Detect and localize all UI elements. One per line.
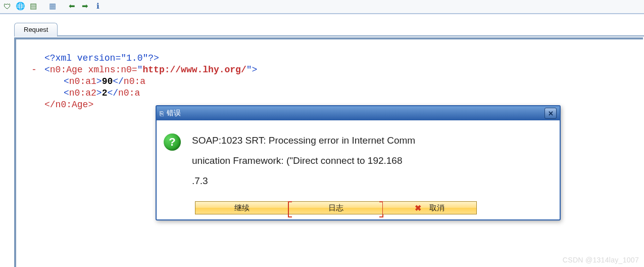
tabstrip: Request bbox=[0, 21, 644, 36]
dialog-body: ? SOAP:1023 SRT: Processing error in Int… bbox=[157, 120, 560, 199]
gutter-cell bbox=[16, 99, 44, 111]
a1-open-close: > bbox=[96, 76, 102, 86]
xml-a2-line: <n0:a2>2</n0:a bbox=[16, 87, 643, 99]
gutter-cell bbox=[16, 76, 44, 87]
grid-icon[interactable]: ▦ bbox=[47, 1, 58, 11]
log-button-label: 日志 bbox=[328, 203, 343, 213]
a2-open-bracket: < bbox=[64, 88, 69, 98]
close-bracket: > bbox=[252, 65, 258, 75]
dialog-title-icon: ⎘ bbox=[160, 110, 164, 117]
dialog-message-line2: unication Framework: ("Direct connect to… bbox=[192, 151, 547, 171]
error-dialog: ⎘ 错误 ✕ ? SOAP:1023 SRT: Processing error… bbox=[156, 105, 561, 220]
cancel-button-label: 取消 bbox=[429, 203, 444, 213]
attr-eq: = bbox=[132, 65, 137, 75]
attr-quote-close: " bbox=[246, 65, 252, 75]
cancel-button[interactable]: ✖ 取消 bbox=[383, 201, 477, 214]
toolbar: 🛡 🌐 ▤ ▦ ⬅ ➡ ℹ bbox=[0, 0, 644, 14]
log-button[interactable]: 日志 bbox=[289, 201, 383, 214]
a1-open-bracket: < bbox=[64, 76, 69, 86]
question-icon: ? bbox=[164, 134, 181, 151]
root-close-tag: </n0:Age> bbox=[44, 100, 93, 110]
gutter-cell bbox=[16, 87, 44, 99]
import-left-icon[interactable]: ⬅ bbox=[67, 1, 77, 11]
dialog-message-line3: .7.3 bbox=[192, 171, 547, 191]
shield-check-icon[interactable]: 🛡 bbox=[2, 1, 12, 11]
collapse-toggle[interactable]: - bbox=[16, 64, 44, 76]
open-bracket: < bbox=[44, 65, 50, 75]
gutter-cell bbox=[16, 53, 44, 64]
a1-close-name: n0:a bbox=[124, 76, 145, 86]
xml-viewer: <?xml version="1.0"?> - <n0:Age xmlns:n0… bbox=[16, 39, 643, 111]
a2-close-open: </ bbox=[107, 88, 118, 98]
a2-close-name: n0:a bbox=[118, 88, 140, 98]
cancel-x-icon: ✖ bbox=[415, 203, 421, 213]
dialog-titlebar: ⎘ 错误 ✕ bbox=[157, 106, 560, 120]
attr-url: http://www.lhy.org/ bbox=[142, 65, 246, 75]
a2-open-close: > bbox=[96, 88, 102, 98]
continue-button[interactable]: 继续 bbox=[195, 201, 289, 214]
export-right-icon[interactable]: ➡ bbox=[80, 1, 90, 11]
xml-a1-line: <n0:a1>90</n0:a bbox=[16, 76, 643, 87]
dialog-button-row: 继续 日志 ✖ 取消 bbox=[157, 199, 560, 219]
a1-close-open: </ bbox=[113, 76, 124, 86]
dialog-title: 错误 bbox=[167, 109, 541, 118]
attr-quote: " bbox=[137, 65, 143, 75]
xml-root-open-line: - <n0:Age xmlns:n0="http://www.lhy.org/"… bbox=[16, 64, 643, 76]
dialog-message-line1: SOAP:1023 SRT: Processing error in Inter… bbox=[192, 130, 547, 151]
root-tag-name: n0:Age bbox=[50, 65, 83, 75]
continue-button-label: 继续 bbox=[234, 203, 250, 213]
info-icon[interactable]: ℹ bbox=[93, 1, 103, 11]
xml-declaration-line: <?xml version="1.0"?> bbox=[16, 53, 643, 64]
a1-tag-name: n0:a1 bbox=[69, 76, 96, 86]
dialog-message: SOAP:1023 SRT: Processing error in Inter… bbox=[192, 130, 547, 191]
tab-request[interactable]: Request bbox=[14, 23, 58, 37]
tree-icon[interactable]: ▤ bbox=[28, 1, 38, 11]
close-icon[interactable]: ✕ bbox=[544, 108, 557, 119]
xml-declaration: <?xml version="1.0"?> bbox=[44, 53, 159, 63]
globe-stop-icon[interactable]: 🌐 bbox=[15, 1, 25, 11]
a2-tag-name: n0:a2 bbox=[69, 88, 96, 98]
attr-key: xmlns:n0 bbox=[88, 65, 131, 75]
a2-value: 2 bbox=[102, 88, 108, 98]
a1-value: 90 bbox=[102, 76, 113, 86]
